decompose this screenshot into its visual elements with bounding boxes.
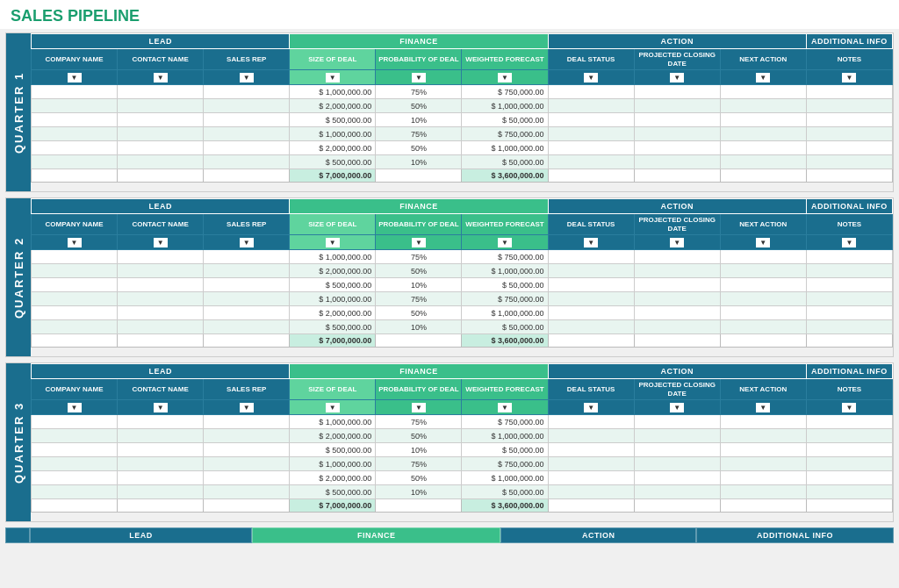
col-header-salesrep: SALES REP	[204, 214, 290, 235]
filter-btn-salesrep[interactable]: ▼	[240, 238, 254, 247]
filter-btn-contact[interactable]: ▼	[154, 73, 168, 82]
col-header-probdeal: PROBABILITY OF DEAL	[376, 214, 462, 235]
filter-btn-projclose[interactable]: ▼	[670, 73, 684, 82]
filter-btn-notes[interactable]: ▼	[842, 403, 856, 412]
col-header-nextaction: NEXT ACTION	[720, 49, 806, 70]
filter-btn-nextaction[interactable]: ▼	[756, 238, 770, 247]
filter-btn-weighted[interactable]: ▼	[498, 73, 512, 82]
filter-btn-probdeal[interactable]: ▼	[412, 73, 426, 82]
group-additional: ADDITIONAL INFO	[806, 364, 892, 379]
filter-btn-projclose[interactable]: ▼	[670, 238, 684, 247]
bottom-additional: ADDITIONAL INFO	[696, 527, 894, 543]
filter-btn-dealstatus[interactable]: ▼	[584, 238, 598, 247]
col-header-weighted: WEIGHTED FORECAST	[462, 49, 548, 70]
col-header-projclose: PROJECTED CLOSING DATE	[634, 214, 720, 235]
col-header-projclose: PROJECTED CLOSING DATE	[634, 49, 720, 70]
filter-btn-company[interactable]: ▼	[68, 238, 82, 247]
group-action: ACTION	[548, 199, 806, 214]
table-row: $ 500,000.0010%$ 50,000.00	[32, 278, 893, 292]
col-header-probdeal: PROBABILITY OF DEAL	[376, 49, 462, 70]
quarter-label-2: QUARTER 2	[6, 198, 31, 356]
filter-btn-salesrep[interactable]: ▼	[240, 73, 254, 82]
filter-btn-notes[interactable]: ▼	[842, 238, 856, 247]
col-header-probdeal: PROBABILITY OF DEAL	[376, 379, 462, 400]
table-row: $ 1,000,000.0075%$ 750,000.00	[32, 85, 893, 99]
group-lead: LEAD	[32, 364, 290, 379]
group-finance: FINANCE	[290, 34, 548, 49]
bottom-lead: LEAD	[30, 527, 252, 543]
filter-btn-sizedeal[interactable]: ▼	[326, 73, 340, 82]
filter-btn-dealstatus[interactable]: ▼	[584, 73, 598, 82]
col-header-company: COMPANY NAME	[32, 49, 118, 70]
table-row: $ 500,000.0010%$ 50,000.00	[32, 485, 893, 499]
col-header-contact: CONTACT NAME	[118, 214, 204, 235]
filter-btn-projclose[interactable]: ▼	[670, 403, 684, 412]
filter-btn-probdeal[interactable]: ▼	[412, 403, 426, 412]
bottom-action: ACTION	[500, 527, 696, 543]
col-header-company: COMPANY NAME	[32, 379, 118, 400]
filter-btn-nextaction[interactable]: ▼	[756, 403, 770, 412]
filter-btn-salesrep[interactable]: ▼	[240, 403, 254, 412]
group-additional: ADDITIONAL INFO	[806, 34, 892, 49]
col-header-notes: NOTES	[806, 49, 892, 70]
quarter-label-1: QUARTER 1	[6, 33, 31, 191]
total-row: $ 7,000,000.00$ 3,600,000.00	[32, 499, 893, 513]
col-header-company: COMPANY NAME	[32, 214, 118, 235]
col-header-dealstatus: DEAL STATUS	[548, 49, 634, 70]
table-row: $ 500,000.0010%$ 50,000.00	[32, 443, 893, 457]
col-header-nextaction: NEXT ACTION	[720, 214, 806, 235]
filter-btn-contact[interactable]: ▼	[154, 238, 168, 247]
table-row: $ 500,000.0010%$ 50,000.00	[32, 113, 893, 127]
filter-btn-company[interactable]: ▼	[68, 73, 82, 82]
filter-btn-notes[interactable]: ▼	[842, 73, 856, 82]
filter-btn-dealstatus[interactable]: ▼	[584, 403, 598, 412]
group-lead: LEAD	[32, 34, 290, 49]
bottom-bar: LEAD FINANCE ACTION ADDITIONAL INFO	[5, 527, 894, 543]
bottom-finance: FINANCE	[252, 527, 500, 543]
group-action: ACTION	[548, 34, 806, 49]
filter-btn-weighted[interactable]: ▼	[498, 403, 512, 412]
table-row: $ 2,000,000.0050%$ 1,000,000.00	[32, 99, 893, 113]
table-row: $ 2,000,000.0050%$ 1,000,000.00	[32, 264, 893, 278]
page-title: SALES PIPELINE	[0, 0, 899, 29]
col-header-projclose: PROJECTED CLOSING DATE	[634, 379, 720, 400]
col-header-weighted: WEIGHTED FORECAST	[462, 379, 548, 400]
filter-btn-probdeal[interactable]: ▼	[412, 238, 426, 247]
table-row: $ 2,000,000.0050%$ 1,000,000.00	[32, 306, 893, 320]
table-row: $ 1,000,000.0075%$ 750,000.00	[32, 415, 893, 429]
filter-btn-sizedeal[interactable]: ▼	[326, 403, 340, 412]
col-header-weighted: WEIGHTED FORECAST	[462, 214, 548, 235]
group-finance: FINANCE	[290, 199, 548, 214]
table-row: $ 1,000,000.0075%$ 750,000.00	[32, 127, 893, 141]
col-header-nextaction: NEXT ACTION	[720, 379, 806, 400]
table-row: $ 1,000,000.0075%$ 750,000.00	[32, 250, 893, 264]
col-header-sizedeal: SIZE OF DEAL	[290, 214, 376, 235]
filter-btn-nextaction[interactable]: ▼	[756, 73, 770, 82]
col-header-salesrep: SALES REP	[204, 49, 290, 70]
total-row: $ 7,000,000.00$ 3,600,000.00	[32, 334, 893, 348]
col-header-sizedeal: SIZE OF DEAL	[290, 379, 376, 400]
filter-btn-sizedeal[interactable]: ▼	[326, 238, 340, 247]
col-header-notes: NOTES	[806, 379, 892, 400]
quarter-block-1: QUARTER 1LEADFINANCEACTIONADDITIONAL INF…	[5, 32, 894, 192]
table-row: $ 500,000.0010%$ 50,000.00	[32, 155, 893, 169]
filter-btn-weighted[interactable]: ▼	[498, 238, 512, 247]
col-header-sizedeal: SIZE OF DEAL	[290, 49, 376, 70]
col-header-salesrep: SALES REP	[204, 379, 290, 400]
group-finance: FINANCE	[290, 364, 548, 379]
group-lead: LEAD	[32, 199, 290, 214]
quarter-block-3: QUARTER 3LEADFINANCEACTIONADDITIONAL INF…	[5, 362, 894, 522]
filter-btn-contact[interactable]: ▼	[154, 403, 168, 412]
filter-btn-company[interactable]: ▼	[68, 403, 82, 412]
group-additional: ADDITIONAL INFO	[806, 199, 892, 214]
table-row: $ 2,000,000.0050%$ 1,000,000.00	[32, 141, 893, 155]
col-header-dealstatus: DEAL STATUS	[548, 214, 634, 235]
group-action: ACTION	[548, 364, 806, 379]
col-header-dealstatus: DEAL STATUS	[548, 379, 634, 400]
table-row: $ 2,000,000.0050%$ 1,000,000.00	[32, 471, 893, 485]
total-row: $ 7,000,000.00$ 3,600,000.00	[32, 169, 893, 183]
table-row: $ 1,000,000.0075%$ 750,000.00	[32, 292, 893, 306]
quarter-label-3: QUARTER 3	[6, 363, 31, 521]
quarter-block-2: QUARTER 2LEADFINANCEACTIONADDITIONAL INF…	[5, 197, 894, 357]
table-row: $ 500,000.0010%$ 50,000.00	[32, 320, 893, 334]
